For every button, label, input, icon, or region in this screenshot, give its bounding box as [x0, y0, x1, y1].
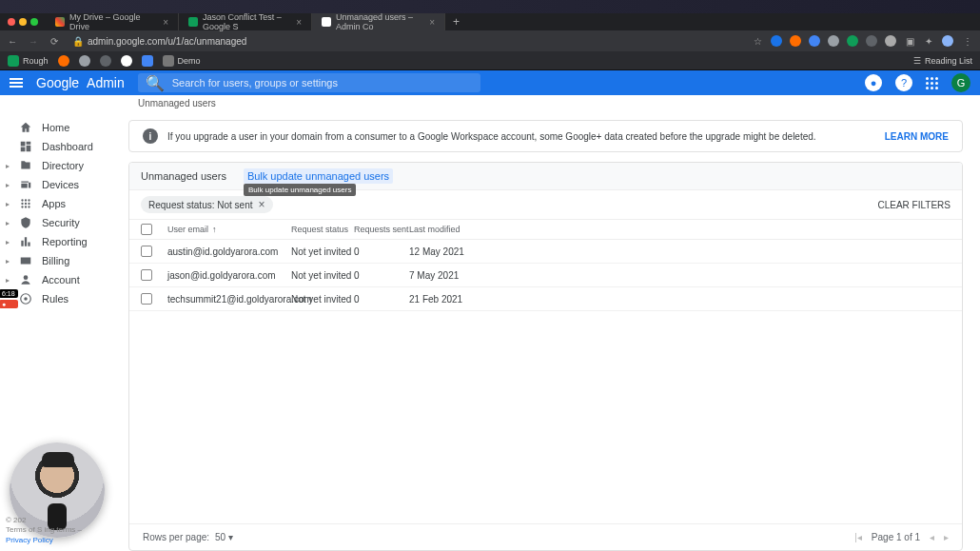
drive-favicon-icon — [55, 17, 65, 27]
ext-icon[interactable] — [847, 35, 858, 47]
svg-point-3 — [21, 203, 23, 205]
sidebar-item-dashboard[interactable]: Dashboard — [0, 137, 128, 156]
bookmark-item[interactable] — [58, 55, 69, 67]
remove-chip-icon[interactable]: × — [259, 199, 265, 210]
next-page-icon[interactable]: ▸ — [944, 532, 949, 542]
terms-link[interactable]: Terms of S — [6, 525, 42, 534]
ext-icon[interactable] — [809, 35, 820, 47]
maximize-window-icon[interactable] — [30, 18, 38, 26]
new-tab-button[interactable]: + — [445, 15, 467, 29]
rows-per-page-value: 50 — [215, 532, 225, 542]
sidebar-item-reporting[interactable]: ▸ Reporting — [0, 232, 128, 251]
close-window-icon[interactable] — [8, 18, 15, 26]
svg-point-8 — [28, 206, 29, 207]
ext-icon[interactable]: ▣ — [904, 35, 915, 47]
ext-icon[interactable] — [885, 35, 896, 47]
ext-icon[interactable] — [866, 35, 877, 47]
billing-terms-link[interactable]: ing terms – — [44, 525, 82, 534]
help-icon[interactable]: ? — [895, 74, 912, 91]
row-checkbox[interactable] — [141, 269, 152, 281]
sidebar-item-account[interactable]: ▸ Account — [0, 270, 128, 289]
sidebar-item-label: Home — [42, 122, 69, 133]
bookmark-item[interactable] — [121, 55, 132, 67]
profile-icon[interactable] — [942, 35, 953, 47]
filter-chip[interactable]: Request status: Not sent × — [141, 196, 273, 213]
sidebar-item-home[interactable]: Home — [0, 118, 128, 137]
close-tab-icon[interactable]: × — [296, 17, 302, 28]
rows-per-page-label: Rows per page: — [143, 532, 209, 542]
sidebar-item-apps[interactable]: ▸ Apps — [0, 194, 128, 213]
column-header-sent[interactable]: Requests sent — [354, 225, 409, 234]
svg-point-0 — [21, 199, 23, 201]
table-header: User email↑ Request status Requests sent… — [129, 219, 962, 240]
privacy-link[interactable]: Privacy Policy — [6, 536, 53, 544]
first-page-icon[interactable]: |◂ — [854, 532, 862, 542]
ext-icon[interactable] — [771, 35, 782, 47]
column-header-modified[interactable]: Last modified — [409, 225, 951, 234]
task-status-icon[interactable]: ● — [865, 74, 882, 91]
bookmark-item[interactable] — [79, 55, 90, 67]
sidebar-item-security[interactable]: ▸ Security — [0, 213, 128, 232]
sidebar-item-label: Apps — [42, 198, 66, 209]
kebab-menu-icon[interactable]: ⋮ — [961, 36, 974, 47]
ext-icon[interactable] — [828, 35, 839, 47]
cell-modified: 12 May 2021 — [409, 246, 951, 257]
account-avatar[interactable]: G — [951, 73, 970, 92]
learn-more-link[interactable]: LEARN MORE — [885, 131, 949, 142]
devices-icon — [19, 178, 32, 191]
hamburger-menu-icon[interactable] — [10, 78, 23, 88]
clear-filters-button[interactable]: CLEAR FILTERS — [878, 200, 951, 210]
search-input[interactable] — [172, 77, 473, 89]
info-banner: i If you upgrade a user in your domain f… — [128, 120, 963, 152]
apps-grid-icon[interactable] — [926, 77, 938, 89]
browser-tab-active[interactable]: Unmanaged users – Admin Co × — [312, 13, 445, 30]
close-tab-icon[interactable]: × — [429, 17, 435, 28]
sidebar-item-billing[interactable]: ▸ Billing — [0, 251, 128, 270]
brand-logo[interactable]: Google Admin — [36, 75, 125, 90]
apps-icon — [19, 197, 32, 210]
bookmark-icon — [79, 55, 90, 67]
minimize-window-icon[interactable] — [19, 18, 27, 26]
back-icon[interactable]: ← — [6, 36, 19, 47]
tooltip: Bulk update unmanaged users — [244, 184, 357, 196]
bookmark-item[interactable] — [100, 55, 111, 67]
rules-icon — [19, 292, 32, 305]
sidebar-item-devices[interactable]: ▸ Devices — [0, 175, 128, 194]
sort-asc-icon: ↑ — [212, 225, 217, 234]
svg-point-5 — [28, 203, 29, 205]
table-body: austin@id.goldyarora.comNot yet invited0… — [129, 240, 962, 311]
window-controls[interactable] — [0, 18, 46, 26]
column-header-status[interactable]: Request status — [291, 225, 354, 234]
row-checkbox[interactable] — [141, 246, 152, 257]
browser-tab[interactable]: My Drive – Google Drive × — [46, 13, 179, 30]
browser-tab[interactable]: Jason Conflict Test – Google S × — [179, 13, 312, 30]
forward-icon[interactable]: → — [27, 36, 40, 47]
close-tab-icon[interactable]: × — [163, 17, 168, 28]
extensions-icon[interactable]: ✦ — [923, 35, 934, 47]
row-checkbox[interactable] — [141, 293, 152, 305]
sidebar-item-rules[interactable]: Rules — [0, 289, 128, 308]
prev-page-icon[interactable]: ◂ — [930, 532, 934, 542]
svg-point-9 — [24, 275, 29, 280]
ext-icon[interactable] — [790, 35, 801, 47]
table-row[interactable]: jason@id.goldyarora.comNot yet invited07… — [129, 264, 962, 287]
bookmark-item[interactable]: Rough — [8, 55, 49, 67]
reload-icon[interactable]: ⟳ — [48, 36, 61, 47]
admin-favicon-icon — [322, 17, 331, 27]
bulk-update-link[interactable]: Bulk update unmanaged users Bulk update … — [244, 168, 393, 184]
table-row[interactable]: techsummit21@id.goldyarora.comNot yet in… — [129, 287, 962, 311]
sidebar-item-directory[interactable]: ▸ Directory — [0, 156, 128, 175]
reading-list-button[interactable]: ☰ Reading List — [913, 56, 972, 66]
address-field[interactable]: 🔒 admin.google.com/u/1/ac/unmanaged — [72, 36, 246, 47]
table-row[interactable]: austin@id.goldyarora.comNot yet invited0… — [129, 240, 962, 264]
rows-per-page-select[interactable]: 50 ▾ — [215, 532, 233, 542]
main-area: 6:18 ● Home Dashboard ▸ Directory ▸ Devi… — [0, 110, 980, 551]
cell-email: jason@id.goldyarora.com — [167, 270, 291, 281]
column-header-email[interactable]: User email↑ — [167, 225, 291, 234]
bookmark-item[interactable] — [142, 55, 153, 67]
select-all-checkbox[interactable] — [141, 224, 152, 235]
svg-point-4 — [25, 203, 27, 205]
star-icon[interactable]: ☆ — [752, 35, 763, 47]
search-box[interactable]: 🔍 — [138, 73, 480, 92]
bookmark-folder[interactable]: Demo — [163, 55, 201, 67]
